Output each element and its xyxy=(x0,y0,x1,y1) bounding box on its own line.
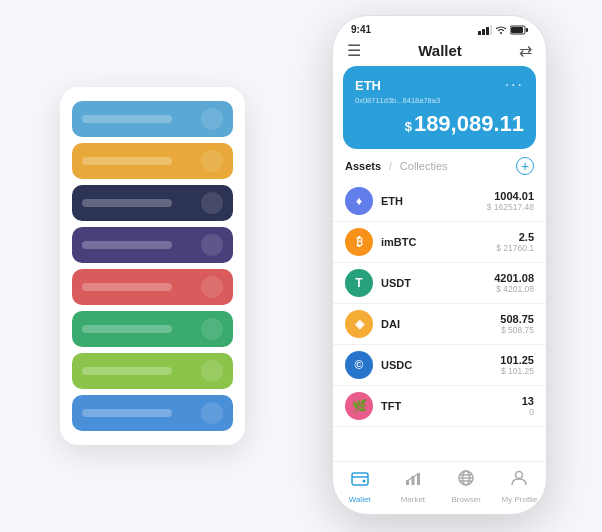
nav-label: My Profile xyxy=(502,495,538,504)
nav-label: Wallet xyxy=(349,495,371,504)
svg-rect-6 xyxy=(511,27,523,33)
asset-icon-usdc: © xyxy=(345,351,373,379)
svg-rect-5 xyxy=(526,28,528,32)
asset-icon-imbtc: ₿ xyxy=(345,228,373,256)
assets-header: Assets / Collecties + xyxy=(333,157,546,181)
tab-assets[interactable]: Assets xyxy=(345,160,381,172)
asset-amounts-imbtc: 2.5$ 21760.1 xyxy=(496,231,534,253)
asset-usd-value: $ 101.25 xyxy=(500,366,534,376)
card-item-1[interactable] xyxy=(72,143,233,179)
asset-amount-value: 4201.08 xyxy=(494,272,534,284)
eth-balance-value: 189,089.11 xyxy=(414,111,524,136)
asset-row[interactable]: ♦ETH1004.01$ 162517.48 xyxy=(333,181,546,222)
nav-person-icon xyxy=(509,468,529,493)
svg-point-17 xyxy=(516,472,523,479)
eth-card-title: ETH xyxy=(355,78,381,93)
asset-row[interactable]: 🌿TFT130 xyxy=(333,386,546,427)
asset-row[interactable]: TUSDT4201.08$ 4201.08 xyxy=(333,263,546,304)
asset-list: ♦ETH1004.01$ 162517.48₿imBTC2.5$ 21760.1… xyxy=(333,181,546,461)
asset-amounts-dai: 508.75$ 508.75 xyxy=(500,313,534,335)
nav-wallet-icon xyxy=(350,468,370,493)
asset-usd-value: $ 21760.1 xyxy=(496,243,534,253)
eth-card-header: ETH ··· xyxy=(355,76,524,94)
svg-rect-3 xyxy=(490,25,492,35)
nav-chart-icon xyxy=(403,468,423,493)
asset-name-usdc: USDC xyxy=(381,359,500,371)
time: 9:41 xyxy=(351,24,371,35)
card-item-2[interactable] xyxy=(72,185,233,221)
asset-name-imbtc: imBTC xyxy=(381,236,496,248)
svg-rect-2 xyxy=(486,27,489,35)
asset-row[interactable]: ©USDC101.25$ 101.25 xyxy=(333,345,546,386)
asset-amount-value: 508.75 xyxy=(500,313,534,325)
tab-collecties[interactable]: Collecties xyxy=(400,160,448,172)
nav-item-market[interactable]: Market xyxy=(386,468,439,504)
nav-item-wallet[interactable]: Wallet xyxy=(333,468,386,504)
phone-mockup: 9:41 ☰ Wallet ⇄ xyxy=(332,15,547,515)
bottom-nav: WalletMarketBrowserMy Profile xyxy=(333,461,546,514)
asset-name-eth: ETH xyxy=(381,195,487,207)
svg-rect-0 xyxy=(478,31,481,35)
asset-amounts-tft: 130 xyxy=(522,395,534,417)
asset-usd-value: 0 xyxy=(522,407,534,417)
assets-tabs: Assets / Collecties xyxy=(345,160,448,172)
card-item-3[interactable] xyxy=(72,227,233,263)
asset-amount-value: 1004.01 xyxy=(487,190,534,202)
eth-balance: $189,089.11 xyxy=(355,111,524,137)
card-item-0[interactable] xyxy=(72,101,233,137)
signal-icon xyxy=(478,25,492,35)
phone-header: ☰ Wallet ⇄ xyxy=(333,39,546,66)
asset-row[interactable]: ₿imBTC2.5$ 21760.1 xyxy=(333,222,546,263)
nav-item-my-profile[interactable]: My Profile xyxy=(493,468,546,504)
asset-row[interactable]: ◈DAI508.75$ 508.75 xyxy=(333,304,546,345)
svg-point-8 xyxy=(362,480,365,483)
asset-usd-value: $ 162517.48 xyxy=(487,202,534,212)
asset-amount-value: 101.25 xyxy=(500,354,534,366)
status-icons xyxy=(478,25,528,35)
asset-amounts-usdt: 4201.08$ 4201.08 xyxy=(494,272,534,294)
eth-card[interactable]: ETH ··· 0x08711d3b...8418a78a3 $189,089.… xyxy=(343,66,536,149)
asset-usd-value: $ 4201.08 xyxy=(494,284,534,294)
scan-icon[interactable]: ⇄ xyxy=(519,41,532,60)
asset-name-tft: TFT xyxy=(381,400,522,412)
eth-card-dots[interactable]: ··· xyxy=(505,76,524,94)
battery-icon xyxy=(510,25,528,35)
menu-icon[interactable]: ☰ xyxy=(347,41,361,60)
nav-label: Market xyxy=(401,495,425,504)
tab-separator: / xyxy=(389,161,392,172)
asset-amounts-usdc: 101.25$ 101.25 xyxy=(500,354,534,376)
nav-label: Browser xyxy=(451,495,480,504)
asset-usd-value: $ 508.75 xyxy=(500,325,534,335)
card-item-7[interactable] xyxy=(72,395,233,431)
asset-icon-eth: ♦ xyxy=(345,187,373,215)
asset-amounts-eth: 1004.01$ 162517.48 xyxy=(487,190,534,212)
asset-name-dai: DAI xyxy=(381,318,500,330)
asset-icon-usdt: T xyxy=(345,269,373,297)
nav-item-browser[interactable]: Browser xyxy=(440,468,493,504)
status-bar: 9:41 xyxy=(333,16,546,39)
svg-rect-7 xyxy=(352,473,368,485)
asset-name-usdt: USDT xyxy=(381,277,494,289)
card-stack xyxy=(60,87,245,445)
card-item-4[interactable] xyxy=(72,269,233,305)
card-item-6[interactable] xyxy=(72,353,233,389)
wifi-icon xyxy=(495,25,507,35)
asset-amount-value: 2.5 xyxy=(496,231,534,243)
svg-rect-1 xyxy=(482,29,485,35)
card-item-5[interactable] xyxy=(72,311,233,347)
eth-currency-symbol: $ xyxy=(405,119,412,134)
asset-icon-tft: 🌿 xyxy=(345,392,373,420)
eth-address: 0x08711d3b...8418a78a3 xyxy=(355,96,524,105)
asset-icon-dai: ◈ xyxy=(345,310,373,338)
add-asset-button[interactable]: + xyxy=(516,157,534,175)
asset-amount-value: 13 xyxy=(522,395,534,407)
nav-globe-icon xyxy=(456,468,476,493)
header-title: Wallet xyxy=(418,42,462,59)
